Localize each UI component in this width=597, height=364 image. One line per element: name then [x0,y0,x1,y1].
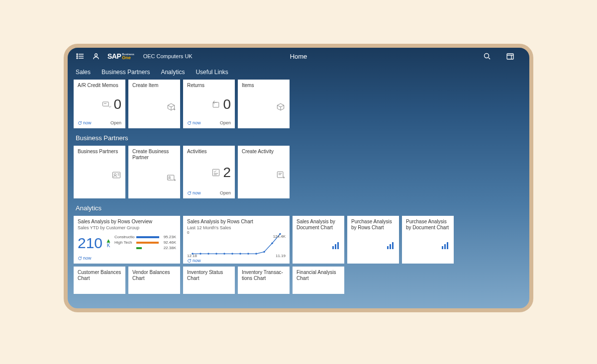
tile-returns[interactable]: Returns 0 now Open [183,80,235,128]
svg-rect-12 [103,102,109,106]
items-icon [276,102,286,112]
tile-inventory-status[interactable]: Inventory Status Chart [183,267,235,294]
tile-title: Items [242,83,286,89]
tile-ar-credit-memos[interactable]: A/R Credit Memos 0 now Open [74,80,125,128]
svg-point-37 [199,253,201,255]
tile-inventory-transactions[interactable]: Inventory Transac-tions Chart [238,267,290,294]
svg-point-21 [114,174,116,176]
tab-useful-links[interactable]: Useful Links [196,69,228,76]
svg-rect-52 [390,244,391,249]
svg-rect-51 [387,246,389,249]
tile-title: Business Partners [78,149,121,155]
tile-create-bp[interactable]: Create Business Partner [128,146,180,198]
bar-chart-icon [441,242,450,250]
tab-analytics[interactable]: Analytics [161,69,185,76]
tile-title: Activities [187,149,231,155]
refresh-button[interactable]: now [187,190,201,195]
tile-subtitle: Sales YTD by Customer Group [78,225,176,230]
trend-up-icon: ▲K [105,238,111,248]
tile-title: Purchase Analysis by Rows Chart [351,219,395,231]
tile-customer-balances[interactable]: Customer Balances Chart [74,267,125,294]
svg-rect-55 [444,244,446,249]
tile-title: Financial Analysis Chart [297,270,340,281]
tile-value: 0 [223,96,231,112]
user-icon[interactable] [92,52,100,61]
svg-point-6 [95,54,98,56]
refresh-button[interactable]: now [78,256,92,261]
tile-title: Create Item [132,83,176,89]
tile-financial-analysis[interactable]: Financial Analysis Chart [293,267,344,294]
analytics-row-1: Sales Analysis by Rows Overview Sales YT… [74,216,523,264]
search-icon[interactable] [483,52,492,61]
tile-purchase-doc-chart[interactable]: Purchase Analysis by Document Chart [402,216,454,264]
svg-point-4 [77,58,78,59]
svg-point-42 [239,253,241,255]
tile-business-partners[interactable]: Business Partners [74,146,125,198]
tab-business-partners[interactable]: Business Partners [101,69,150,76]
svg-line-8 [489,58,490,59]
svg-rect-48 [332,246,334,249]
tile-title: Customer Balances Chart [78,270,121,281]
svg-point-44 [255,253,257,255]
tile-value: 0 [113,96,121,112]
tile-create-activity[interactable]: Create Activity [238,146,290,198]
line-chart: 0 124.4K 12.18 11.19 [187,230,286,258]
tile-title: A/R Credit Memos [78,83,121,89]
content: A/R Credit Memos 0 now Open Create Item … [68,80,529,308]
tile-activities[interactable]: Activities 2 now Open [183,146,235,198]
svg-point-40 [223,253,225,255]
svg-rect-53 [392,242,394,249]
bars-chart: Construction95.23KHigh Tech92.46K22.38K [114,235,176,251]
page-title: Home [290,53,307,60]
refresh-button[interactable]: now [78,120,92,125]
tile-subtitle: Last 12 Month's Sales [187,225,286,230]
app-window: SAP BusinessOne OEC Computers UK Home Sa… [64,44,533,312]
returns-icon [211,99,221,109]
svg-point-43 [247,253,249,255]
tile-title: Create Activity [242,149,286,155]
tile-title: Sales Analysis by Rows Overview [78,219,176,225]
tile-sales-overview[interactable]: Sales Analysis by Rows Overview Sales YT… [74,216,180,264]
company-name: OEC Computers UK [143,53,193,59]
tile-vendor-balances[interactable]: Vendor Balances Chart [128,267,180,294]
svg-point-7 [485,54,489,58]
tile-title: Sales Analysis by Document Chart [297,219,340,231]
bp-add-icon [166,173,176,183]
analytics-row-2: Customer Balances Chart Vendor Balances … [74,267,523,294]
tile-title: Returns [187,83,231,89]
tile-sales-doc-chart[interactable]: Sales Analysis by Document Chart [293,216,344,264]
topbar: SAP BusinessOne OEC Computers UK Home [68,48,529,65]
tile-sales-chart[interactable]: Sales Analysis by Rows Chart Last 12 Mon… [183,216,290,264]
tab-sales[interactable]: Sales [76,69,91,76]
svg-point-38 [207,253,209,255]
credit-memo-icon [101,99,111,109]
svg-point-46 [271,242,273,244]
svg-point-41 [231,253,233,255]
svg-point-2 [77,56,78,57]
tile-title: Vendor Balances Chart [132,270,176,281]
section-title-bp: Business Partners [76,134,521,142]
tile-title: Inventory Status Chart [187,270,231,281]
svg-point-25 [169,177,170,178]
activities-icon [211,168,221,178]
refresh-button[interactable]: now [187,120,201,125]
tile-create-item[interactable]: Create Item [128,80,180,128]
svg-point-45 [263,251,265,253]
tile-title: Sales Analysis by Rows Chart [187,219,286,225]
svg-point-39 [215,253,217,255]
svg-point-0 [77,54,78,55]
tile-value: 2 [223,165,231,181]
tabs: Sales Business Partners Analytics Useful… [68,65,529,80]
tile-title: Create Business Partner [132,149,176,161]
status-label: Open [110,120,121,125]
refresh-button[interactable]: now [187,258,201,263]
create-activity-icon [276,170,286,180]
bar-chart-icon [331,242,340,250]
tile-items[interactable]: Items [238,80,290,128]
sales-tile-row: A/R Credit Memos 0 now Open Create Item … [74,80,523,128]
menu-icon[interactable] [76,52,85,61]
tile-purchase-rows-chart[interactable]: Purchase Analysis by Rows Chart [347,216,399,264]
panel-icon[interactable] [505,52,514,61]
section-title-analytics: Analytics [76,204,521,212]
tile-title: Purchase Analysis by Document Chart [406,219,450,231]
